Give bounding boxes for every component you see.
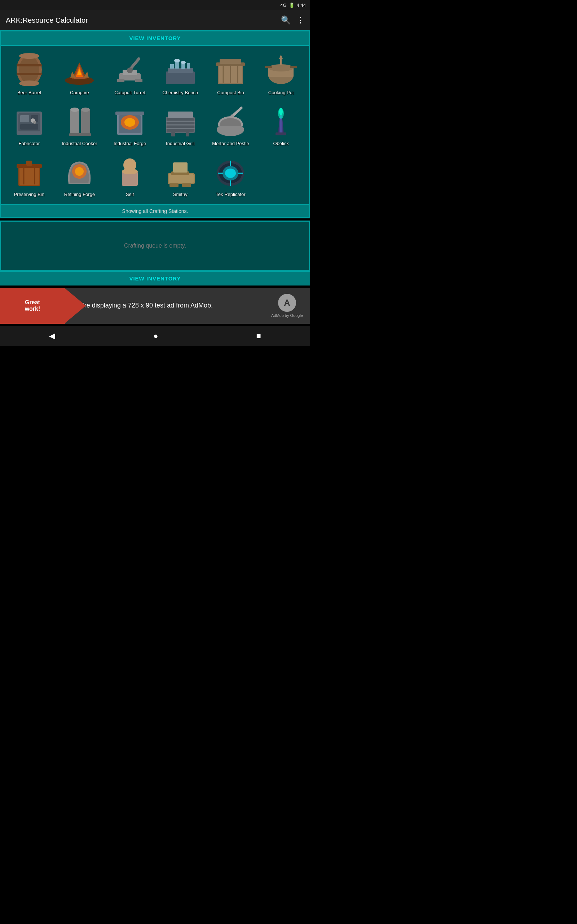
svg-rect-89 [169, 183, 179, 187]
craft-item-refining-forge[interactable]: Refining Forge [55, 150, 105, 201]
svg-rect-79 [26, 161, 32, 166]
craft-item-campfire[interactable]: Campfire [55, 49, 105, 100]
craft-item-label-self: Self [126, 192, 134, 198]
main-container: VIEW INVENTORY Beer BarrelCampfireCatapu… [0, 30, 310, 218]
craft-item-cooking-pot[interactable]: Cooking Pot [256, 49, 306, 100]
svg-rect-90 [182, 183, 191, 187]
svg-rect-86 [169, 174, 193, 183]
svg-point-5 [19, 81, 39, 86]
craft-item-self[interactable]: Self [105, 150, 155, 201]
svg-rect-64 [186, 132, 189, 136]
crafting-queue: Crafting queue is empty. [0, 221, 310, 271]
svg-rect-20 [168, 68, 193, 73]
crafting-grid: Beer BarrelCampfireCatapult TurretChemis… [1, 46, 309, 204]
view-inventory-banner-bottom[interactable]: VIEW INVENTORY [0, 271, 310, 286]
svg-rect-48 [70, 110, 79, 135]
craft-item-label-industrial-forge: Industrial Forge [114, 141, 146, 147]
craft-item-fabricator[interactable]: Fabricator [4, 100, 55, 150]
status-text: Showing all Crafting Stations. [122, 208, 188, 214]
craft-item-label-industrial-cooker: Industrial Cooker [62, 141, 97, 147]
svg-rect-37 [265, 66, 272, 68]
craft-item-label-industrial-grill: Industrial Grill [166, 141, 194, 147]
craft-item-industrial-forge[interactable]: Industrial Forge [105, 100, 155, 150]
craft-item-preserving-bin[interactable]: Preserving Bin [4, 150, 55, 201]
svg-rect-49 [81, 110, 90, 135]
view-inventory-label-top: VIEW INVENTORY [129, 35, 181, 41]
svg-point-16 [127, 68, 133, 73]
battery-icon: 🔋 [289, 3, 295, 8]
admob-arrow [64, 288, 86, 324]
view-inventory-banner-top[interactable]: VIEW INVENTORY [1, 31, 309, 46]
craft-item-img-catapult-turret [112, 52, 148, 88]
craft-item-chemistry-bench[interactable]: Chemistry Bench [155, 49, 206, 100]
craft-item-catapult-turret[interactable]: Catapult Turret [105, 49, 155, 100]
craft-item-img-beer-barrel [11, 52, 47, 88]
svg-point-81 [75, 167, 84, 176]
craft-item-img-industrial-cooker [61, 102, 97, 139]
craft-item-img-preserving-bin [11, 153, 47, 189]
svg-marker-40 [279, 55, 283, 59]
svg-rect-75 [19, 167, 39, 185]
svg-rect-18 [135, 79, 142, 82]
craft-item-label-beer-barrel: Beer Barrel [17, 90, 41, 96]
craft-item-smithy[interactable]: Smithy [155, 150, 206, 201]
svg-rect-57 [115, 111, 144, 115]
admob-message: You're displaying a 728 x 90 test ad fro… [65, 301, 264, 310]
svg-point-84 [122, 168, 138, 174]
craft-item-mortar-and-pestle[interactable]: Mortar and Pestle [206, 100, 256, 150]
home-button[interactable]: ● [142, 328, 169, 344]
svg-rect-73 [276, 132, 286, 135]
craft-item-industrial-grill[interactable]: Industrial Grill [155, 100, 206, 150]
craft-item-label-smithy: Smithy [173, 192, 187, 198]
status-bar: 4G 🔋 4:44 [0, 0, 310, 10]
craft-item-img-refining-forge [61, 153, 97, 189]
svg-rect-63 [171, 132, 175, 136]
menu-icon[interactable]: ⋮ [297, 16, 305, 25]
app-title: ARK:Resource Calculator [6, 16, 88, 24]
svg-point-56 [124, 118, 135, 127]
admob-logo-icon: A [278, 294, 296, 312]
search-icon[interactable]: 🔍 [281, 16, 291, 25]
svg-rect-17 [117, 79, 124, 82]
craft-item-label-obelisk: Obelisk [273, 141, 288, 147]
craft-item-img-obelisk [263, 102, 299, 139]
craft-item-beer-barrel[interactable]: Beer Barrel [4, 49, 55, 100]
svg-rect-3 [16, 73, 42, 75]
back-button[interactable]: ◀ [38, 328, 66, 344]
craft-item-obelisk[interactable]: Obelisk [256, 100, 306, 150]
craft-item-industrial-cooker[interactable]: Industrial Cooker [55, 100, 105, 150]
svg-point-51 [81, 108, 90, 112]
svg-rect-88 [173, 162, 187, 173]
svg-point-4 [19, 53, 39, 59]
craft-item-img-compost-bin [213, 52, 248, 88]
craft-item-label-catapult-turret: Catapult Turret [114, 90, 145, 96]
svg-point-26 [181, 61, 186, 64]
svg-point-72 [279, 108, 283, 115]
svg-rect-23 [170, 64, 174, 69]
craft-item-label-campfire: Campfire [70, 90, 89, 96]
craft-item-img-tek-replicator [213, 153, 248, 189]
svg-rect-38 [290, 66, 297, 68]
craft-item-label-mortar-and-pestle: Mortar and Pestle [212, 141, 249, 147]
craft-item-img-smithy [162, 153, 198, 189]
svg-rect-52 [69, 133, 91, 136]
app-bar-actions: 🔍 ⋮ [281, 16, 305, 25]
admob-great-work: Greatwork! [25, 299, 40, 312]
svg-rect-30 [220, 59, 241, 64]
svg-point-68 [230, 115, 234, 118]
craft-item-compost-bin[interactable]: Compost Bin [206, 49, 256, 100]
svg-line-67 [232, 108, 241, 116]
svg-point-1 [19, 56, 39, 83]
craft-item-img-cooking-pot [263, 52, 299, 88]
status-bottom: Showing all Crafting Stations. [1, 204, 309, 217]
svg-point-25 [174, 59, 180, 63]
recents-button[interactable]: ■ [246, 328, 272, 344]
craft-item-label-chemistry-bench: Chemistry Bench [162, 90, 198, 96]
app-bar: ARK:Resource Calculator 🔍 ⋮ [0, 10, 310, 30]
craft-item-img-chemistry-bench [162, 52, 198, 88]
svg-point-94 [225, 168, 236, 178]
time-display: 4:44 [297, 3, 306, 8]
craft-item-tek-replicator[interactable]: Tek Replicator [206, 150, 256, 201]
admob-banner: Greatwork! You're displaying a 728 x 90 … [0, 288, 310, 324]
svg-rect-24 [187, 63, 190, 69]
